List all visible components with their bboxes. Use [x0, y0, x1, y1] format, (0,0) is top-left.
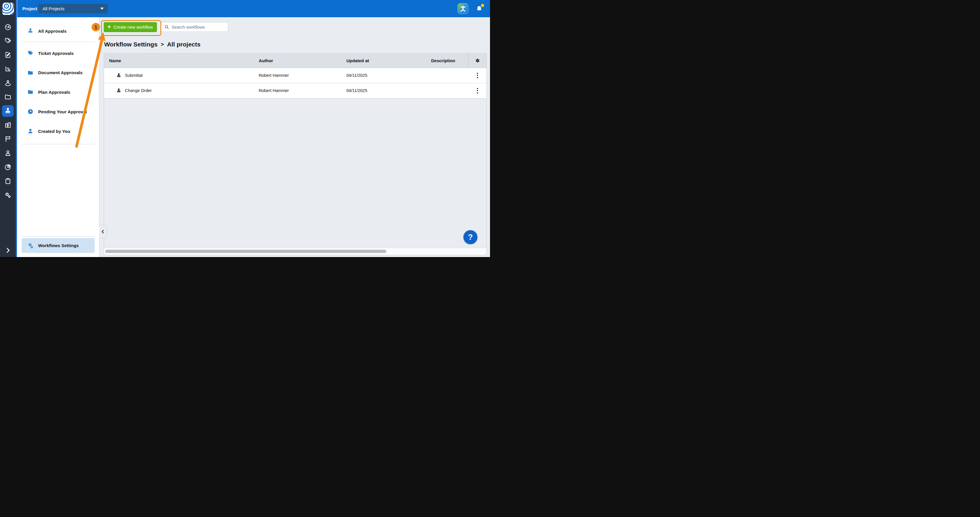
sidebar-divider: [21, 42, 95, 42]
expand-rail-chevron-icon[interactable]: [2, 245, 14, 256]
horizontal-scrollbar: [104, 248, 487, 255]
sidebar-item-label: All Approvals: [38, 29, 67, 33]
clock-icon: [27, 108, 33, 115]
workflow-name: Submittal: [125, 73, 143, 78]
workflow-author: Robert Hammer: [254, 73, 341, 78]
search-icon: [164, 24, 169, 30]
sidebar-item-label: Pending Your Approval: [38, 109, 87, 114]
logo-arcs-icon: [2, 3, 14, 15]
project-dropdown-value: All Projects: [43, 6, 65, 11]
app-window: Project All Projects: [0, 0, 490, 259]
stamp-icon: [116, 73, 122, 78]
approvals-sidebar: All Approvals Ticket Approvals Document …: [17, 17, 99, 257]
notification-badge: [481, 4, 484, 7]
create-new-workflow-button[interactable]: + Create new workflow: [104, 22, 157, 32]
workflow-name: Change Order: [125, 88, 152, 93]
integrations-app-button[interactable]: [458, 3, 468, 14]
sidebar-item-plan-approvals[interactable]: Plan Approvals: [17, 86, 99, 98]
workflow-author: Robert Hammer: [254, 88, 341, 93]
main-content: + Create new workflow Workflow Settings …: [99, 17, 490, 257]
left-icon-rail: [0, 0, 17, 257]
table-settings-button[interactable]: [468, 54, 487, 68]
column-header-description[interactable]: Description: [429, 58, 468, 63]
workflows-table-viewport: Name Author Updated at Description: [104, 53, 487, 255]
help-button[interactable]: ?: [463, 230, 477, 244]
sidebar-item-label: Plan Approvals: [38, 90, 70, 95]
column-header-name[interactable]: Name: [104, 58, 254, 63]
gear-icon: [475, 58, 480, 64]
document-edit-icon[interactable]: [2, 49, 14, 61]
settings-gears-icon: [27, 242, 34, 249]
pie-chart-icon[interactable]: [2, 161, 14, 173]
tags-icon: [27, 50, 33, 56]
report-chart-icon[interactable]: [2, 63, 14, 75]
sidebar-item-document-approvals[interactable]: Document Approvals: [17, 67, 99, 79]
plus-icon: +: [108, 24, 111, 30]
project-dropdown[interactable]: All Projects: [38, 4, 108, 13]
table-row[interactable]: Change Order Robert Hammer 04/11/2025: [104, 83, 487, 99]
app-logo[interactable]: [2, 3, 14, 15]
sidebar-divider: [21, 236, 95, 237]
person-pin-icon[interactable]: [2, 77, 14, 89]
clipboard-icon[interactable]: [2, 175, 14, 187]
tags-icon[interactable]: [2, 35, 14, 47]
sidebar-item-label: Workflows Settings: [38, 243, 79, 248]
project-label: Project: [22, 0, 37, 17]
column-header-author[interactable]: Author: [254, 58, 341, 63]
chevron-left-icon: [100, 229, 105, 234]
horizontal-scrollbar-thumb[interactable]: [105, 250, 386, 253]
breadcrumb-separator-icon: >: [161, 41, 164, 48]
person-icon[interactable]: [2, 147, 14, 159]
create-button-label: Create new workflow: [114, 25, 153, 30]
column-header-updated-at[interactable]: Updated at: [341, 58, 429, 63]
search-workflows-input[interactable]: [171, 24, 228, 30]
workflow-updated: 04/11/2025: [341, 88, 429, 93]
person-icon: [27, 128, 33, 134]
buildings-icon[interactable]: [2, 119, 14, 131]
folder-icon: [27, 70, 33, 76]
row-menu-kebab-icon[interactable]: [475, 71, 480, 80]
butterfly-x-icon: [458, 3, 468, 14]
folder-icon[interactable]: [2, 91, 14, 103]
sidebar-item-label: Ticket Approvals: [38, 51, 74, 56]
gauge-icon[interactable]: [2, 21, 14, 33]
breadcrumb-section[interactable]: Workflow Settings: [104, 41, 158, 48]
folder-icon: [27, 89, 33, 95]
stamp-icon: [116, 88, 122, 94]
breadcrumb: Workflow Settings > All projects: [104, 41, 201, 48]
search-workflows-box: [161, 22, 228, 32]
breadcrumb-current: All projects: [167, 41, 200, 48]
settings-gears-icon[interactable]: [2, 189, 14, 201]
sidebar-item-created-by-you[interactable]: Created by You: [17, 125, 99, 137]
sidebar-item-all-approvals[interactable]: All Approvals: [17, 25, 99, 37]
table-header-row: Name Author Updated at Description: [104, 54, 487, 68]
flag-icon[interactable]: [2, 133, 14, 145]
table-row[interactable]: Submittal Robert Hammer 04/11/2025: [104, 68, 487, 83]
top-bar: Project All Projects: [17, 0, 490, 17]
window-bottom-edge: [0, 257, 490, 259]
sidebar-item-workflows-settings[interactable]: Workflows Settings: [22, 238, 95, 253]
sidebar-item-pending-your-approval[interactable]: Pending Your Approval: [17, 106, 99, 118]
row-menu-kebab-icon[interactable]: [475, 86, 480, 95]
question-mark-icon: ?: [468, 233, 473, 242]
caret-down-icon: [100, 8, 104, 10]
collapse-sidebar-button[interactable]: [99, 224, 107, 239]
workflow-updated: 04/11/2025: [341, 73, 429, 78]
sidebar-item-label: Created by You: [38, 129, 70, 134]
sidebar-item-label: Document Approvals: [38, 70, 83, 75]
notifications-button[interactable]: [475, 4, 484, 14]
stamp-icon-active[interactable]: [2, 105, 14, 117]
sidebar-item-ticket-approvals[interactable]: Ticket Approvals: [17, 47, 99, 59]
stamp-icon: [27, 28, 33, 34]
